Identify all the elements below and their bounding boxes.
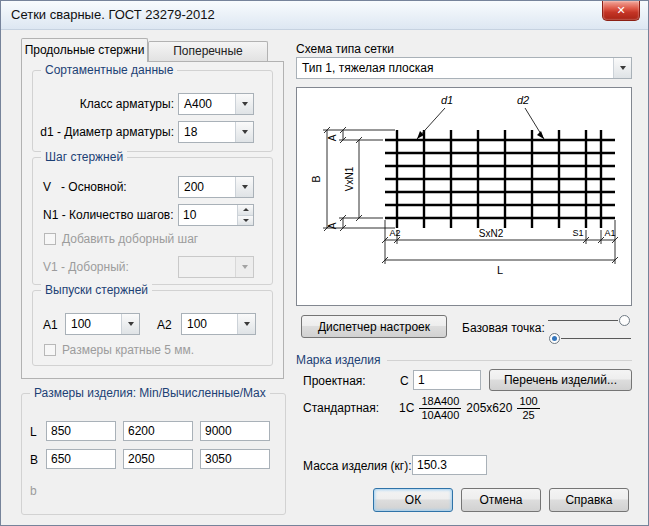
dim-label-a1: A1 — [604, 228, 615, 238]
chevron-down-icon — [620, 66, 626, 70]
mark-section-header: Марка изделия — [296, 353, 632, 367]
scheme-type-combo[interactable]: Тип 1, тяжелая плоская — [296, 57, 632, 79]
n1-input[interactable] — [179, 205, 237, 225]
a2-combo[interactable]: 100 — [181, 313, 256, 335]
base-point-line — [548, 320, 618, 321]
size-L-calc-field[interactable] — [123, 421, 193, 441]
size-B-min-field[interactable] — [46, 449, 116, 469]
standard-mark-class-fraction: 18А400 10А400 — [419, 395, 461, 422]
base-point-selector — [548, 311, 631, 349]
chevron-down-icon — [242, 102, 248, 106]
n1-spinner[interactable] — [178, 204, 254, 226]
standard-mark-overhang-fraction: 100 25 — [517, 395, 539, 422]
scheme-type-value: Тип 1, тяжелая плоская — [297, 58, 613, 78]
group-sizes: Размеры изделия: Min/Вычисленные/Max L B… — [21, 393, 286, 515]
scheme-type-dropdown[interactable] — [613, 58, 631, 78]
standard-mark-row: Стандартная: 1С 18А400 10А400 205х620 10… — [303, 393, 540, 423]
size-L-min-field[interactable] — [46, 421, 116, 441]
mass-label: Масса изделия (кг): — [303, 459, 412, 473]
v-combo[interactable]: 200 — [178, 176, 254, 198]
dim-label-s1: S1 — [572, 228, 583, 238]
v-combo-dropdown[interactable] — [235, 177, 253, 197]
dim-label-a2: A2 — [389, 228, 400, 238]
project-mark-field[interactable] — [413, 370, 481, 390]
triangle-up-icon — [243, 208, 249, 211]
d1-combo-value: 18 — [179, 122, 235, 142]
ok-button[interactable]: ОК — [373, 488, 453, 512]
mesh-bars — [385, 130, 615, 228]
chevron-down-icon — [128, 322, 134, 326]
v1-combo-value — [179, 257, 235, 277]
d1-label: d1 - Диаметр арматуры: — [38, 125, 174, 139]
group-sortament-title: Сортаментные данные — [41, 63, 177, 77]
base-point-radio-top-right[interactable] — [619, 315, 630, 326]
close-button[interactable]: ✕ — [602, 1, 640, 21]
fraction-numerator: 18А400 — [419, 395, 461, 409]
base-point-label: Базовая точка: — [462, 321, 545, 335]
a1-combo[interactable]: 100 — [65, 313, 140, 335]
tab-panel: Сортаментные данные Класс арматуры: А400… — [21, 61, 284, 379]
dim-label-a-bottom: A — [327, 222, 338, 229]
class-combo[interactable]: А400 — [178, 93, 254, 115]
dim-label-vxn1: VxN1 — [344, 166, 355, 191]
help-button[interactable]: Справка — [549, 488, 629, 512]
fraction-denominator: 10А400 — [421, 409, 459, 422]
group-step-title: Шаг стержней — [41, 150, 127, 164]
a2-combo-dropdown[interactable] — [237, 314, 255, 334]
spin-up-button[interactable] — [238, 205, 253, 216]
dim-label-d2: d2 — [517, 94, 529, 106]
class-label: Класс арматуры: — [38, 97, 174, 111]
product-list-button[interactable]: Перечень изделий... — [489, 369, 632, 391]
group-sortament: Сортаментные данные Класс арматуры: А400… — [32, 70, 273, 152]
size-B-max-field[interactable] — [200, 449, 270, 469]
dim-label-d1: d1 — [441, 94, 453, 106]
size-row-B-label: B — [30, 453, 38, 467]
dim-label-a-top: A — [327, 134, 338, 141]
window-title: Сетки сварные. ГОСТ 23279-2012 — [11, 7, 215, 22]
chevron-down-icon — [242, 130, 248, 134]
round-5mm-checkbox-label: Размеры кратные 5 мм. — [62, 343, 194, 357]
standard-mark-size: 205х620 — [466, 401, 512, 415]
mass-field[interactable] — [412, 455, 487, 475]
a1-label: A1 — [43, 318, 58, 332]
add-step-checkbox-label: Добавить доборный шаг — [62, 232, 198, 246]
chevron-down-icon — [242, 185, 248, 189]
size-B-calc-field[interactable] — [123, 449, 193, 469]
base-point-radio-bottom-left[interactable] — [549, 333, 560, 344]
settings-manager-button[interactable]: Диспетчер настроек — [301, 315, 447, 338]
mesh-preview: d1 d2 A A B VxN1 A2 SxN2 S1 A1 L — [296, 87, 632, 306]
fraction-denominator: 25 — [522, 409, 534, 422]
checkbox-box-icon — [44, 344, 56, 356]
dialog-body: Продольные стержни Поперечные стержни Со… — [1, 29, 648, 525]
spin-down-button[interactable] — [238, 216, 253, 226]
dialog-window: Сетки сварные. ГОСТ 23279-2012 ✕ Продоль… — [0, 0, 649, 526]
v-combo-value: 200 — [179, 177, 235, 197]
a2-label: A2 — [157, 318, 172, 332]
leader-arrows — [417, 131, 544, 139]
dim-label-b: B — [310, 175, 322, 182]
titlebar[interactable]: Сетки сварные. ГОСТ 23279-2012 ✕ — [1, 1, 648, 30]
d1-combo-dropdown[interactable] — [235, 122, 253, 142]
chevron-down-icon — [244, 322, 250, 326]
class-combo-dropdown[interactable] — [235, 94, 253, 114]
tab-longitudinal[interactable]: Продольные стержни — [21, 38, 148, 62]
standard-mark-label: Стандартная: — [303, 401, 379, 415]
v1-label: V1 - Доборный: — [43, 260, 129, 274]
d1-combo[interactable]: 18 — [178, 121, 254, 143]
v1-combo-dropdown — [235, 257, 253, 277]
dim-label-l: L — [497, 264, 503, 276]
group-step: Шаг стержней V - Основной: 200 N1 - Коли… — [32, 157, 273, 285]
size-L-max-field[interactable] — [200, 421, 270, 441]
a1-combo-value: 100 — [66, 314, 121, 334]
cancel-button[interactable]: Отмена — [461, 488, 541, 512]
round-5mm-checkbox: Размеры кратные 5 мм. — [44, 343, 194, 357]
project-mark-label: Проектная: — [303, 374, 366, 388]
group-overhang-title: Выпуски стержней — [41, 283, 152, 297]
mark-section-title: Марка изделия — [296, 353, 380, 367]
tab-transverse[interactable]: Поперечные стержни — [148, 41, 268, 62]
section-divider — [387, 360, 632, 361]
chevron-down-icon — [242, 265, 248, 269]
a1-combo-dropdown[interactable] — [121, 314, 139, 334]
fraction-numerator: 100 — [517, 395, 539, 409]
mesh-diagram: d1 d2 A A B VxN1 A2 SxN2 S1 A1 L — [297, 88, 631, 305]
